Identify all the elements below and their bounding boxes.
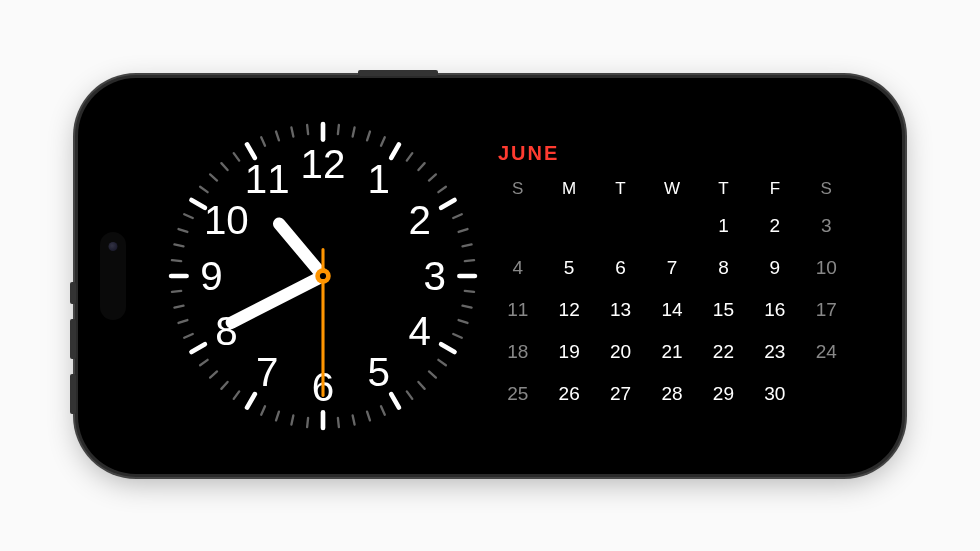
clock-face: 121234567891011	[168, 121, 478, 431]
clock-tick-minor	[210, 174, 217, 180]
clock-numeral: 2	[408, 197, 430, 242]
clock-tick-major	[191, 344, 204, 352]
clock-tick-minor	[465, 290, 474, 291]
clock-tick-minor	[210, 371, 217, 377]
clock-tick-major	[441, 200, 454, 208]
calendar-day[interactable]: 13	[595, 295, 646, 325]
calendar-day	[543, 211, 594, 241]
clock-tick-minor	[261, 137, 265, 145]
power-button[interactable]	[358, 70, 438, 76]
clock-tick-minor	[438, 186, 446, 191]
clock-tick-minor	[221, 381, 227, 388]
clock-tick-minor	[261, 406, 265, 414]
clock-numeral: 4	[408, 309, 430, 354]
clock-tick-minor	[276, 411, 279, 420]
clock-tick-minor	[276, 131, 279, 140]
clock-tick-major	[441, 344, 454, 352]
clock-numeral: 9	[200, 253, 222, 298]
clock-tick-minor	[462, 244, 471, 246]
clock-tick-minor	[179, 320, 188, 323]
clock-tick-minor	[172, 260, 181, 261]
clock-minute-hand	[224, 270, 326, 330]
clock-tick-minor	[291, 415, 293, 424]
calendar-day[interactable]: 28	[646, 379, 697, 409]
calendar-day[interactable]: 1	[698, 211, 749, 241]
volume-down-button[interactable]	[70, 374, 76, 414]
clock-tick-minor	[418, 381, 424, 388]
calendar-day[interactable]: 21	[646, 337, 697, 367]
clock-tick-minor	[353, 415, 355, 424]
clock-tick-minor	[234, 153, 239, 161]
clock-numeral: 11	[245, 156, 290, 201]
calendar-day[interactable]: 18	[492, 337, 543, 367]
calendar-day[interactable]: 12	[543, 295, 594, 325]
calendar-day-header: F	[749, 179, 800, 199]
clock-tick-minor	[462, 305, 471, 307]
clock-tick-minor	[200, 186, 208, 191]
calendar-day-header: M	[543, 179, 594, 199]
mute-switch[interactable]	[70, 282, 76, 304]
clock-numeral: 5	[368, 350, 390, 395]
calendar-widget[interactable]: JUNE SMTWTFS1234567891011121314151617181…	[492, 142, 852, 409]
calendar-day-header: T	[698, 179, 749, 199]
clock-tick-minor	[453, 214, 461, 218]
calendar-day[interactable]: 19	[543, 337, 594, 367]
calendar-day[interactable]: 27	[595, 379, 646, 409]
clock-numeral: 10	[204, 197, 249, 242]
dynamic-island	[100, 232, 126, 320]
clock-tick-minor	[465, 260, 474, 261]
clock-tick-minor	[429, 174, 436, 180]
clock-numeral: 7	[256, 350, 278, 395]
clock-tick-major	[247, 394, 255, 407]
calendar-day[interactable]: 14	[646, 295, 697, 325]
clock-tick-minor	[338, 124, 339, 133]
clock-tick-minor	[407, 391, 412, 399]
calendar-day[interactable]: 3	[801, 211, 852, 241]
calendar-month-label: JUNE	[498, 142, 852, 165]
calendar-day-header: S	[492, 179, 543, 199]
clock-tick-minor	[453, 334, 461, 338]
clock-tick-minor	[221, 163, 227, 170]
calendar-day[interactable]: 30	[749, 379, 800, 409]
clock-tick-minor	[367, 131, 370, 140]
clock-tick-minor	[338, 417, 339, 426]
calendar-day[interactable]: 26	[543, 379, 594, 409]
calendar-day[interactable]: 10	[801, 253, 852, 283]
standby-screen: 121234567891011 JUNE SMTWTFS123456789101…	[108, 121, 872, 431]
clock-tick-minor	[184, 334, 192, 338]
volume-up-button[interactable]	[70, 319, 76, 359]
calendar-day[interactable]: 24	[801, 337, 852, 367]
calendar-day[interactable]: 15	[698, 295, 749, 325]
calendar-day[interactable]: 29	[698, 379, 749, 409]
calendar-day	[646, 211, 697, 241]
calendar-day[interactable]: 2	[749, 211, 800, 241]
calendar-day[interactable]: 17	[801, 295, 852, 325]
calendar-day-today[interactable]: 5	[543, 253, 594, 283]
calendar-day[interactable]: 16	[749, 295, 800, 325]
clock-tick-minor	[429, 371, 436, 377]
clock-tick-major	[391, 394, 399, 407]
calendar-day[interactable]: 6	[595, 253, 646, 283]
clock-widget[interactable]: 121234567891011	[168, 121, 478, 431]
calendar-day[interactable]: 8	[698, 253, 749, 283]
clock-tick-minor	[353, 127, 355, 136]
calendar-day[interactable]: 4	[492, 253, 543, 283]
calendar-day[interactable]: 25	[492, 379, 543, 409]
clock-tick-minor	[174, 244, 183, 246]
clock-numeral: 3	[423, 253, 445, 298]
calendar-day[interactable]: 7	[646, 253, 697, 283]
clock-tick-minor	[459, 320, 468, 323]
calendar-day	[595, 211, 646, 241]
calendar-day-header: T	[595, 179, 646, 199]
clock-numeral: 1	[368, 156, 390, 201]
calendar-day[interactable]: 22	[698, 337, 749, 367]
clock-tick-minor	[172, 290, 181, 291]
calendar-day[interactable]: 9	[749, 253, 800, 283]
clock-tick-minor	[307, 124, 308, 133]
clock-tick-major	[191, 200, 204, 208]
calendar-day[interactable]: 23	[749, 337, 800, 367]
clock-tick-minor	[184, 214, 192, 218]
calendar-day[interactable]: 11	[492, 295, 543, 325]
clock-tick-minor	[174, 305, 183, 307]
calendar-day[interactable]: 20	[595, 337, 646, 367]
